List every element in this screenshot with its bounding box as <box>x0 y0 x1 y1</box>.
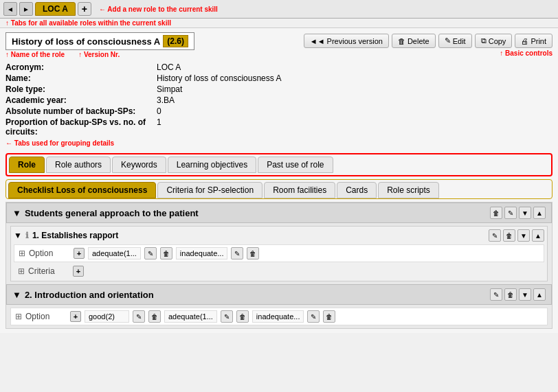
section-2-more-button[interactable]: ▼ <box>519 288 531 301</box>
section-1: ▼ Students general approach to the patie… <box>6 203 552 281</box>
nav-left-button[interactable]: ◄ <box>3 2 17 16</box>
tab-keywords[interactable]: Keywords <box>112 157 166 173</box>
option-label-2: Option <box>25 312 67 321</box>
section-1-up-button[interactable]: ▲ <box>533 207 546 219</box>
option-add-button-2[interactable]: + <box>70 311 81 322</box>
subsection-1-controls: ✎ 🗑 ▼ ▲ <box>489 229 544 242</box>
absolute-row: Absolute number of backup-SPs: 0 <box>5 106 553 116</box>
option-label-1: Option <box>29 249 70 258</box>
option-edit-good-2[interactable]: ✎ <box>133 310 145 323</box>
tab-group-2-wrapper: Checklist Loss of consciousness Criteria… <box>5 179 553 199</box>
nav-right-button[interactable]: ► <box>19 2 33 16</box>
option-value-inadequate-1: inadequate... <box>176 247 228 260</box>
section-1-edit-button[interactable]: ✎ <box>504 207 517 219</box>
option-edit-inadequate-1[interactable]: ✎ <box>231 247 243 260</box>
section-2-controls: ✎ 🗑 ▼ ▲ <box>490 288 546 301</box>
role-type-label: Role type: <box>5 84 157 94</box>
option-edit-adequate-2[interactable]: ✎ <box>221 310 233 323</box>
subsection-1-more-button[interactable]: ▼ <box>517 229 530 242</box>
edit-button[interactable]: ✎ Edit <box>438 34 472 48</box>
annotation-tabs: ↑ Tabs for all available roles within th… <box>0 19 558 28</box>
add-tab-button[interactable]: + <box>78 2 91 16</box>
option-value-good-2: good(2) <box>85 310 129 323</box>
option-delete-good-2[interactable]: 🗑 <box>148 310 161 323</box>
tab-role-scripts[interactable]: Role scripts <box>378 182 439 198</box>
acronym-row: Acronym: LOC A <box>5 62 553 72</box>
subsection-1-up-button[interactable]: ▲ <box>532 229 544 242</box>
option-delete-inadequate-2[interactable]: 🗑 <box>323 310 335 323</box>
criteria-label: Criteria <box>28 266 69 276</box>
loc-tab[interactable]: LOC A <box>35 2 76 16</box>
previous-version-button[interactable]: ◄◄ Previous version <box>304 34 389 48</box>
option-grid-icon-2: ⊞ <box>15 312 22 321</box>
acronym-value: LOC A <box>157 62 181 72</box>
section-2-options: ⊞ Option + good(2) ✎ 🗑 adequate(1... ✎ 🗑… <box>10 308 548 325</box>
main-content: History of loss of consciousness A (2.6)… <box>0 28 558 333</box>
academic-year-label: Academic year: <box>5 95 157 105</box>
section-1-title-text: Students general approach to the patient <box>25 208 199 218</box>
section-2-title: ▼ 2. Introduction and orientation <box>12 290 154 300</box>
checklist-area: ▼ Students general approach to the patie… <box>5 202 553 329</box>
section-2: ▼ 2. Introduction and orientation ✎ 🗑 ▼ … <box>6 284 552 325</box>
role-type-row: Role type: Simpat <box>5 84 553 94</box>
tab-cards[interactable]: Cards <box>337 182 377 198</box>
tab-group-2: Checklist Loss of consciousness Criteria… <box>8 182 550 198</box>
option-delete-inadequate-1[interactable]: 🗑 <box>247 247 259 260</box>
annotation-add-role: ← Add a new role to the current skill <box>99 5 218 13</box>
controls-bar: ◄◄ Previous version 🗑 Delete ✎ Edit ⧉ Co… <box>304 34 553 48</box>
annotation-basic-controls: ↑ Basic controls <box>500 49 553 57</box>
print-button[interactable]: 🖨 Print <box>515 34 553 48</box>
option-delete-adequate-2[interactable]: 🗑 <box>236 310 249 323</box>
name-value: History of loss of consciousness A <box>157 73 281 83</box>
subsection-1-delete-button[interactable]: 🗑 <box>503 229 515 242</box>
subsection-1-header: ▼ ℹ 1. Establishes rapport ✎ 🗑 ▼ ▲ <box>14 229 544 242</box>
section-2-up-button[interactable]: ▲ <box>533 288 546 301</box>
delete-button[interactable]: 🗑 Delete <box>392 34 436 48</box>
role-header: History of loss of consciousness A (2.6)… <box>5 32 553 58</box>
section-2-collapse-icon[interactable]: ▼ <box>12 290 21 300</box>
option-value-adequate-1: adequate(1... <box>88 247 141 260</box>
role-type-value: Simpat <box>157 84 182 94</box>
tab-role-authors[interactable]: Role authors <box>46 157 111 173</box>
option-value-adequate-2: adequate(1... <box>164 310 217 323</box>
proportion-row: Proportion of backup-SPs vs. no. of circ… <box>5 117 553 137</box>
option-delete-adequate-1[interactable]: 🗑 <box>160 247 172 260</box>
section-2-delete-button[interactable]: 🗑 <box>504 288 517 301</box>
subsection-1: ▼ ℹ 1. Establishes rapport ✎ 🗑 ▼ ▲ ⊞ Opt… <box>10 226 548 281</box>
tab-criteria-sp[interactable]: Criteria for SP-selection <box>157 182 263 198</box>
option-grid-icon-1: ⊞ <box>19 249 25 258</box>
annotation-version: ↑ Version Nr. <box>78 51 120 58</box>
option-edit-inadequate-2[interactable]: ✎ <box>307 310 320 323</box>
role-name: History of loss of consciousness A <box>12 36 160 47</box>
option-add-button-1[interactable]: + <box>74 248 85 259</box>
academic-year-row: Academic year: 3.BA <box>5 95 553 105</box>
role-title-box: History of loss of consciousness A (2.6) <box>5 32 194 50</box>
section-1-more-button[interactable]: ▼ <box>519 207 531 219</box>
section-2-edit-button[interactable]: ✎ <box>490 288 502 301</box>
info-table: Acronym: LOC A Name: History of loss of … <box>5 62 553 148</box>
tab-learning-objectives[interactable]: Learning objectives <box>168 157 256 173</box>
top-navigation: ◄ ► LOC A + ← Add a new role to the curr… <box>0 0 558 19</box>
tab-room-facilities[interactable]: Room facilities <box>264 182 335 198</box>
section-1-collapse-icon[interactable]: ▼ <box>12 208 21 218</box>
acronym-label: Acronym: <box>5 62 157 72</box>
subsection-1-collapse[interactable]: ▼ <box>14 231 22 240</box>
section-1-delete-button[interactable]: 🗑 <box>490 207 502 219</box>
tab-past-use[interactable]: Past use of role <box>258 157 333 173</box>
annotation-name: ↑ Name of the role <box>5 51 65 58</box>
subsection-1-edit-button[interactable]: ✎ <box>489 229 501 242</box>
section-1-title: ▼ Students general approach to the patie… <box>12 208 199 218</box>
academic-year-value: 3.BA <box>157 95 175 105</box>
tab-checklist[interactable]: Checklist Loss of consciousness <box>8 182 156 198</box>
tab-role[interactable]: Role <box>9 157 45 173</box>
copy-button[interactable]: ⧉ Copy <box>475 34 513 48</box>
option-row-1: ⊞ Option + adequate(1... ✎ 🗑 inadequate.… <box>14 244 544 262</box>
absolute-value: 0 <box>157 106 161 116</box>
criteria-add-button[interactable]: + <box>73 266 84 277</box>
subsection-1-title: ▼ ℹ 1. Establishes rapport <box>14 231 118 240</box>
criteria-row-1: ⊞ Criteria + <box>14 264 544 278</box>
version-badge: (2.6) <box>163 35 188 47</box>
option-edit-adequate-1[interactable]: ✎ <box>144 247 157 260</box>
name-row: Name: History of loss of consciousness A <box>5 73 553 83</box>
tab-group-1-wrapper: Role Role authors Keywords Learning obje… <box>5 153 553 176</box>
